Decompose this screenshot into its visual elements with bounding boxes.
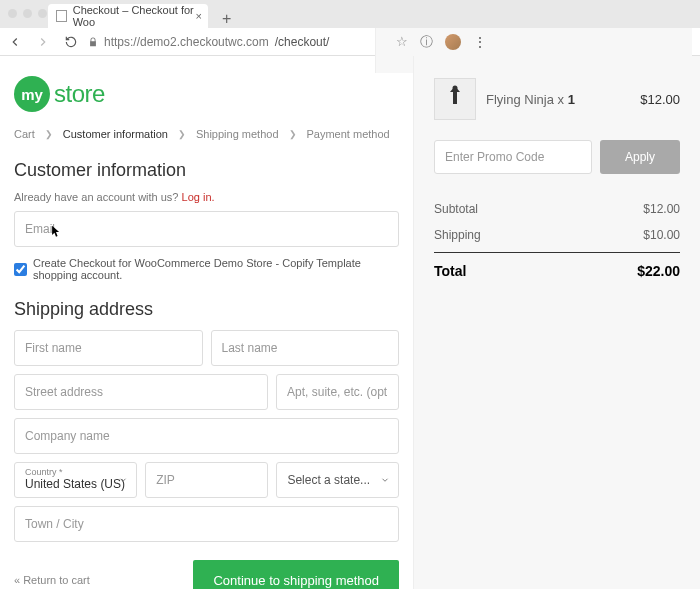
street-field[interactable] bbox=[14, 374, 268, 410]
breadcrumb: Cart ❯ Customer information ❯ Shipping m… bbox=[14, 128, 399, 140]
star-icon[interactable]: ☆ bbox=[396, 34, 408, 49]
reload-icon[interactable] bbox=[64, 35, 78, 49]
crumb-customer: Customer information bbox=[63, 128, 168, 140]
cart-item-name-text: Flying Ninja x bbox=[486, 92, 568, 107]
country-value: United States (US) bbox=[25, 477, 125, 493]
state-value: Select a state... bbox=[287, 473, 370, 487]
promo-code-input[interactable] bbox=[434, 140, 592, 174]
cart-item-name: Flying Ninja x 1 bbox=[486, 92, 630, 107]
continue-button[interactable]: Continue to shipping method bbox=[193, 560, 399, 589]
company-field[interactable] bbox=[14, 418, 399, 454]
customer-heading: Customer information bbox=[14, 160, 399, 181]
new-tab-button[interactable]: + bbox=[216, 10, 237, 28]
menu-icon[interactable]: ⋮ bbox=[473, 34, 487, 50]
logo-text: store bbox=[54, 80, 105, 108]
close-tab-icon[interactable]: × bbox=[196, 10, 202, 22]
crumb-payment: Payment method bbox=[307, 128, 390, 140]
url-host: https://demo2.checkoutwc.com bbox=[104, 35, 269, 49]
subtotal-value: $12.00 bbox=[643, 202, 680, 216]
profile-avatar[interactable] bbox=[445, 34, 461, 50]
create-account-label: Create Checkout for WooCommerce Demo Sto… bbox=[33, 257, 399, 281]
first-name-field[interactable] bbox=[14, 330, 203, 366]
back-icon[interactable] bbox=[8, 35, 22, 49]
country-label: Country * bbox=[25, 468, 63, 477]
chevron-right-icon: ❯ bbox=[289, 129, 297, 139]
crumb-shipping: Shipping method bbox=[196, 128, 279, 140]
shipping-value: $10.00 bbox=[643, 228, 680, 242]
total-label: Total bbox=[434, 263, 466, 279]
forward-icon bbox=[36, 35, 50, 49]
cart-item-qty: 1 bbox=[568, 92, 575, 107]
shipping-heading: Shipping address bbox=[14, 299, 399, 320]
browser-tab[interactable]: Checkout – Checkout for Woo × bbox=[48, 4, 208, 28]
chevron-down-icon bbox=[118, 475, 128, 485]
cart-item-price: $12.00 bbox=[640, 92, 680, 107]
product-thumbnail bbox=[434, 78, 476, 120]
url-display[interactable]: https://demo2.checkoutwc.com/checkout/ bbox=[88, 35, 365, 49]
tabstrip: Checkout – Checkout for Woo × + bbox=[0, 0, 700, 28]
email-field[interactable] bbox=[14, 211, 399, 247]
cart-item: Flying Ninja x 1 $12.00 bbox=[434, 78, 680, 120]
apply-promo-button[interactable]: Apply bbox=[600, 140, 680, 174]
town-field[interactable] bbox=[14, 506, 399, 542]
last-name-field[interactable] bbox=[211, 330, 400, 366]
chevron-right-icon: ❯ bbox=[45, 129, 53, 139]
country-select[interactable]: Country * United States (US) bbox=[14, 462, 137, 498]
return-to-cart-link[interactable]: « Return to cart bbox=[14, 574, 90, 586]
zip-field[interactable] bbox=[145, 462, 268, 498]
logo: my store bbox=[14, 76, 399, 112]
total-value: $22.00 bbox=[637, 263, 680, 279]
url-path: /checkout/ bbox=[275, 35, 330, 49]
lock-icon bbox=[88, 36, 98, 48]
address-bar: https://demo2.checkoutwc.com/checkout/ ☆… bbox=[0, 28, 700, 56]
login-link[interactable]: Log in. bbox=[182, 191, 215, 203]
subtotal-label: Subtotal bbox=[434, 202, 478, 216]
svg-point-0 bbox=[453, 86, 458, 91]
apt-field[interactable] bbox=[276, 374, 399, 410]
chevron-right-icon: ❯ bbox=[178, 129, 186, 139]
login-prompt-text: Already have an account with us? bbox=[14, 191, 182, 203]
state-select[interactable]: Select a state... bbox=[276, 462, 399, 498]
shipping-label: Shipping bbox=[434, 228, 481, 242]
chevron-down-icon bbox=[380, 475, 390, 485]
tab-title: Checkout – Checkout for Woo bbox=[73, 4, 200, 28]
info-icon[interactable]: ⓘ bbox=[420, 33, 433, 51]
login-prompt: Already have an account with us? Log in. bbox=[14, 191, 399, 203]
order-totals: Subtotal $12.00 Shipping $10.00 Total $2… bbox=[434, 196, 680, 285]
page-icon bbox=[56, 10, 67, 22]
logo-badge: my bbox=[14, 76, 50, 112]
create-account-row[interactable]: Create Checkout for WooCommerce Demo Sto… bbox=[14, 257, 399, 281]
window-controls bbox=[8, 9, 47, 18]
crumb-cart[interactable]: Cart bbox=[14, 128, 35, 140]
create-account-checkbox[interactable] bbox=[14, 263, 27, 276]
